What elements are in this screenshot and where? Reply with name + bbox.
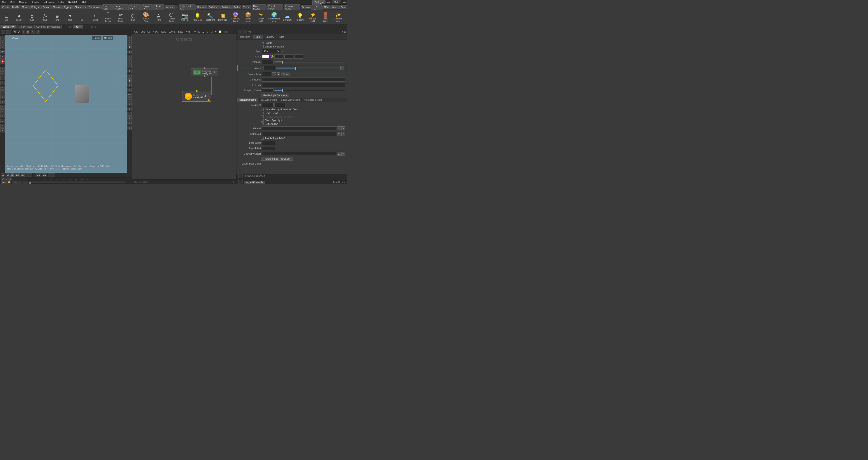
tool-circle[interactable]: ○ Circle <box>89 11 101 24</box>
title-bar-tab-main[interactable]: Main <box>332 0 341 4</box>
nt-quad-icon[interactable]: ⊠ <box>206 30 209 33</box>
vt-tool3[interactable]: ⊡ <box>0 110 4 114</box>
vt-scale[interactable]: ⊠ <box>0 95 4 99</box>
viewport-canvas[interactable]: Persp No cam Left mouse tumbles. Middle … <box>5 35 127 173</box>
nt-edit[interactable]: Edit <box>140 30 146 33</box>
vrt-512[interactable]: 512 <box>127 93 131 97</box>
tool-torus[interactable]: ◎ Torus <box>38 11 51 24</box>
tl-forward-play[interactable]: ▶▶ <box>42 173 47 177</box>
tb-fem[interactable]: FEM <box>322 5 330 9</box>
color-swatch[interactable] <box>262 55 269 58</box>
tl-play-toggle[interactable]: ▶ <box>10 173 14 177</box>
tl-frame-input[interactable]: 1 <box>26 173 32 177</box>
tb-vellum[interactable]: Vellum <box>242 5 251 9</box>
toolbar-constraints[interactable]: Constraints <box>88 5 102 9</box>
tool-grid[interactable]: # Grid <box>51 11 64 24</box>
nt-list-icon[interactable]: ☰ <box>202 30 205 33</box>
toolbar-terrain-fx[interactable]: Terrain FX <box>129 4 141 11</box>
texture-browse-btn[interactable]: ▼ <box>337 132 341 136</box>
node-read-data[interactable]: Geometry read_data <box>191 68 218 76</box>
add-right-tab[interactable]: + <box>94 25 97 29</box>
toolbar-texture[interactable]: Texture <box>52 5 62 9</box>
geometry-input[interactable] <box>262 152 336 156</box>
vrt-tool15[interactable]: ⊛ <box>127 107 131 111</box>
vt-rotate[interactable]: ↻ <box>0 90 4 94</box>
menu-labs[interactable]: Labs <box>57 1 65 4</box>
tab-distant-light-options[interactable]: Distant Light Options <box>279 98 302 102</box>
toolbar-characters[interactable]: Characters <box>73 5 87 9</box>
tool-environment-light[interactable]: 🌍 Environment Light <box>267 11 281 24</box>
edge-width-input[interactable] <box>262 141 276 145</box>
exposure-minus[interactable]: - <box>340 66 344 70</box>
menu-assets[interactable]: Assets <box>31 1 40 4</box>
vt-transform[interactable]: ⊕ <box>0 45 4 49</box>
tool-point-light[interactable]: 💡 Point Light <box>191 11 204 24</box>
sampling-quality-input[interactable]: 1 <box>262 88 274 92</box>
tool-draw-curve[interactable]: ✏ Draw Curve <box>114 11 127 24</box>
vrt-tool2[interactable]: ⊟ <box>127 40 131 44</box>
material-input[interactable] <box>262 126 336 130</box>
vt-expand[interactable]: ↕ <box>0 67 4 71</box>
add-obj-tab[interactable]: + <box>84 25 87 29</box>
menu-windows[interactable]: Windows <box>43 1 55 4</box>
toolbar-model[interactable]: Model <box>21 5 29 9</box>
tool-caustic-light[interactable]: ⚡ Caustic Light <box>307 11 319 24</box>
vt-move[interactable]: ✛ <box>0 86 4 90</box>
vt-select[interactable]: ↖ <box>0 36 4 40</box>
vrt-tool3[interactable]: 🔒 <box>127 45 131 49</box>
vrt-tool10[interactable]: 🔒 <box>127 79 131 83</box>
tab-misc[interactable]: Misc <box>277 35 287 39</box>
nt-flag-icon[interactable]: ⚑ <box>214 30 218 33</box>
transform-into-btn[interactable]: Transform Into This Object <box>261 157 292 161</box>
normalize-light-checkbox[interactable]: ✓ <box>261 108 264 111</box>
nt-grid-icon[interactable]: ⊞ <box>197 30 201 33</box>
color-g[interactable]: 1 <box>284 55 293 59</box>
vrt-tool9[interactable]: ⊕ <box>127 74 131 78</box>
vt-stop[interactable]: ⛔ <box>0 59 4 63</box>
vp-persp-btn[interactable]: Persp <box>92 36 101 40</box>
title-bar-tab-build[interactable]: Build_tri <box>312 0 326 4</box>
node-canvas[interactable]: Objects Geometry read_da <box>132 34 236 180</box>
rp-detach[interactable]: ⊡ <box>344 31 346 33</box>
area-size-y[interactable]: 1 <box>274 103 286 107</box>
type-dropdown[interactable]: Grid <box>262 49 280 53</box>
vrt-tool19[interactable]: ⊟ <box>127 126 131 130</box>
tl-prev-frame[interactable]: ◀ <box>6 173 9 177</box>
tool-volume-light[interactable]: 📦 Volume Light <box>242 11 254 24</box>
tl-blank-btn[interactable]: □ <box>12 181 16 184</box>
menu-render[interactable]: Render <box>18 1 28 4</box>
vrt-tool4[interactable]: ⊞ <box>127 50 131 54</box>
node-arealight1[interactable]: 💡 Light arealight1 🔒 <box>182 91 211 102</box>
tl-audio-btn[interactable]: ♪ <box>5 178 8 181</box>
tool-camera[interactable]: 📷 Camera <box>179 11 191 24</box>
vp-camera-btn[interactable]: No cam <box>103 36 114 40</box>
toolbar-create[interactable]: Create <box>1 5 10 9</box>
tool-gi-light[interactable]: 💡 GI Light <box>294 11 306 24</box>
nt-layout[interactable]: Layout <box>168 30 176 33</box>
vt-arrow-select[interactable]: ↖ <box>0 71 4 75</box>
enable-viewport-checkbox[interactable]: ✓ <box>261 45 264 48</box>
tl-settings-btn[interactable]: ⚙ <box>8 178 12 181</box>
vt-render[interactable]: ▶ <box>0 55 4 59</box>
vrt-tool12[interactable]: ⊠ <box>127 88 131 92</box>
categories-input[interactable] <box>262 78 345 82</box>
vrt-tool5[interactable]: ⊠ <box>127 55 131 59</box>
tool-ambient-light[interactable]: ✨ Ambient Light <box>332 11 344 24</box>
tool-line[interactable]: ─ Line <box>76 11 89 24</box>
vrt-tool14[interactable]: ⊕ <box>127 102 131 106</box>
tool-platonic[interactable]: ⬡ Platonic Solids <box>165 11 178 24</box>
texture-input[interactable] <box>262 132 336 136</box>
toolbar-rigging[interactable]: Rigging <box>62 5 73 9</box>
tl-range-in[interactable]: 1 <box>16 181 22 184</box>
vt-paint[interactable]: ✏ <box>0 81 4 85</box>
vrt-tool7[interactable]: ⊟ <box>127 64 131 68</box>
tb-redshift[interactable]: Redshift <box>196 5 207 9</box>
vrt-tool18[interactable]: ⊞ <box>127 121 131 125</box>
render-light-geo-btn[interactable]: Render Light Geometry <box>261 94 289 97</box>
close-tab-obj[interactable]: × <box>79 26 81 28</box>
toolbar-deform[interactable]: Deform <box>41 5 52 9</box>
vrt-tool17[interactable]: ⊠ <box>127 116 131 121</box>
node-add-tab-bottom[interactable]: + <box>233 181 235 183</box>
menu-redshift[interactable]: Redshift <box>67 1 78 4</box>
enable-checkbox[interactable]: ✓ <box>261 41 264 44</box>
